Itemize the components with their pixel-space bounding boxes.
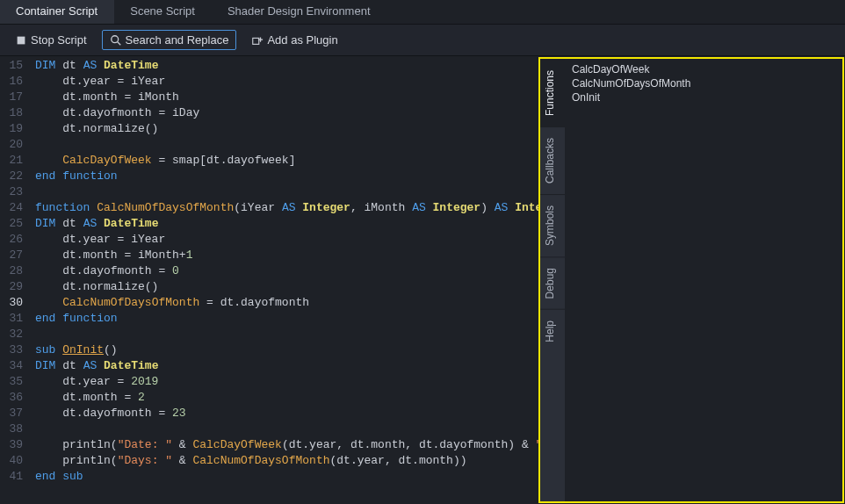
code-line[interactable]: dt.normalize() — [35, 121, 538, 137]
tab-container-script[interactable]: Container Script — [0, 0, 114, 24]
side-tab-strip: Functions Callbacks Symbols Debug Help — [540, 59, 565, 501]
stop-script-button[interactable]: Stop Script — [7, 30, 95, 50]
line-number: 33 — [4, 342, 23, 358]
code-line[interactable]: dt.normalize() — [35, 279, 538, 295]
code-line[interactable]: dt.month = iMonth — [35, 90, 538, 105]
code-line[interactable]: end function — [35, 169, 538, 184]
sidetab-functions[interactable]: Functions — [540, 59, 565, 126]
svg-rect-3 — [253, 38, 259, 44]
line-number: 16 — [4, 74, 23, 90]
code-line[interactable]: end sub — [35, 469, 538, 485]
line-number: 36 — [4, 390, 23, 406]
line-number: 35 — [4, 374, 23, 390]
line-number: 17 — [4, 90, 23, 105]
line-gutter: 1516171819202122232425262728293031323334… — [0, 56, 30, 504]
line-number: 24 — [4, 200, 23, 216]
code-line[interactable] — [35, 421, 538, 437]
code-line[interactable] — [35, 327, 538, 342]
line-number: 41 — [4, 469, 23, 485]
code-editor[interactable]: 1516171819202122232425262728293031323334… — [0, 56, 538, 504]
side-panel: Functions Callbacks Symbols Debug Help C… — [538, 57, 844, 503]
line-number: 37 — [4, 406, 23, 421]
line-number: 34 — [4, 358, 23, 374]
line-number: 31 — [4, 311, 23, 327]
code-line[interactable]: dt.year = iYear — [35, 232, 538, 248]
code-line[interactable]: function CalcNumOfDaysOfMonth(iYear AS I… — [35, 200, 538, 216]
sidetab-callbacks[interactable]: Callbacks — [540, 126, 565, 194]
code-line[interactable]: dt.year = iYear — [35, 74, 538, 90]
add-plugin-label: Add as Plugin — [267, 33, 337, 47]
svg-rect-0 — [18, 36, 25, 44]
code-line[interactable]: end function — [35, 311, 538, 327]
code-line[interactable]: dt.dayofmonth = 0 — [35, 263, 538, 279]
code-line[interactable]: DIM dt AS DateTime — [35, 358, 538, 374]
code-line[interactable]: sub OnInit() — [35, 342, 538, 358]
line-number: 25 — [4, 216, 23, 232]
line-number: 40 — [4, 453, 23, 469]
line-number: 38 — [4, 421, 23, 437]
line-number: 23 — [4, 184, 23, 200]
line-number: 20 — [4, 137, 23, 153]
code-line[interactable]: dt.dayofmonth = iDay — [35, 105, 538, 121]
function-list-item[interactable]: CalcDayOfWeek — [572, 62, 835, 76]
code-line[interactable]: println("Days: " & CalcNumOfDaysOfMonth(… — [35, 453, 538, 469]
sidetab-symbols[interactable]: Symbols — [540, 194, 565, 256]
line-number: 30 — [4, 295, 23, 311]
main-area: 1516171819202122232425262728293031323334… — [0, 56, 845, 504]
stop-script-label: Stop Script — [31, 33, 87, 47]
line-number: 15 — [4, 58, 23, 74]
svg-line-2 — [117, 41, 120, 45]
line-number: 26 — [4, 232, 23, 248]
line-number: 32 — [4, 327, 23, 342]
line-number: 29 — [4, 279, 23, 295]
code-line[interactable]: dt.month = 2 — [35, 390, 538, 406]
function-list-item[interactable]: OnInit — [572, 90, 835, 104]
add-plugin-button[interactable]: Add as Plugin — [243, 30, 345, 50]
top-tab-bar: Container Script Scene Script Shader Des… — [0, 0, 845, 25]
toolbar: Stop Script Search and Replace Add as Pl… — [0, 25, 845, 56]
code-line[interactable]: CalcDayOfWeek = smap[dt.dayofweek] — [35, 153, 538, 169]
tab-scene-script[interactable]: Scene Script — [114, 0, 212, 24]
line-number: 22 — [4, 169, 23, 184]
line-number: 21 — [4, 153, 23, 169]
code-line[interactable]: DIM dt AS DateTime — [35, 216, 538, 232]
line-number: 18 — [4, 105, 23, 121]
line-number: 27 — [4, 248, 23, 263]
search-replace-label: Search and Replace — [126, 33, 229, 47]
code-line[interactable]: DIM dt AS DateTime — [35, 58, 538, 74]
svg-point-1 — [111, 35, 118, 42]
function-list: CalcDayOfWeekCalcNumOfDaysOfMonthOnInit — [565, 59, 842, 501]
plugin-icon — [251, 34, 264, 47]
code-content[interactable]: DIM dt AS DateTime dt.year = iYear dt.mo… — [30, 56, 538, 504]
line-number: 28 — [4, 263, 23, 279]
code-line[interactable]: dt.dayofmonth = 23 — [35, 406, 538, 421]
line-number: 19 — [4, 121, 23, 137]
code-line[interactable]: dt.year = 2019 — [35, 374, 538, 390]
code-line[interactable] — [35, 137, 538, 153]
sidetab-help[interactable]: Help — [540, 309, 565, 353]
function-list-item[interactable]: CalcNumOfDaysOfMonth — [572, 76, 835, 90]
tab-shader-env[interactable]: Shader Design Environment — [212, 0, 387, 24]
code-line[interactable] — [35, 184, 538, 200]
code-line[interactable]: println("Date: " & CalcDayOfWeek(dt.year… — [35, 437, 538, 453]
sidetab-debug[interactable]: Debug — [540, 256, 565, 309]
code-line[interactable]: CalcNumOfDaysOfMonth = dt.dayofmonth — [35, 295, 538, 311]
stop-icon — [15, 34, 27, 47]
search-icon — [110, 34, 122, 47]
line-number: 39 — [4, 437, 23, 453]
search-replace-button[interactable]: Search and Replace — [102, 30, 237, 50]
code-line[interactable]: dt.month = iMonth+1 — [35, 248, 538, 263]
